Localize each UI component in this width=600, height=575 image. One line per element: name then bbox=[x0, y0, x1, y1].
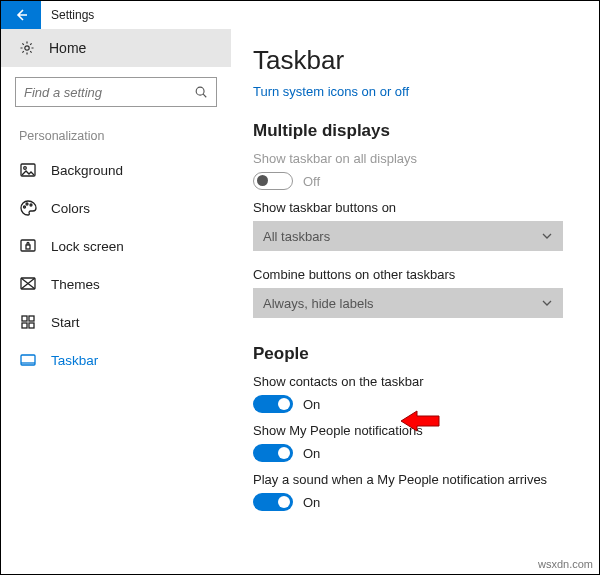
link-system-icons[interactable]: Turn system icons on or off bbox=[253, 84, 409, 99]
taskbar-icon bbox=[19, 351, 37, 369]
sidebar-home[interactable]: Home bbox=[1, 29, 231, 67]
arrow-left-icon bbox=[13, 7, 29, 23]
label-buttons-on: Show taskbar buttons on bbox=[253, 200, 573, 215]
svg-rect-12 bbox=[29, 316, 34, 321]
section-multiple-displays: Multiple displays bbox=[253, 121, 573, 141]
nav-list: Background Colors Lock screen Themes Sta… bbox=[1, 151, 231, 379]
search-wrap bbox=[1, 67, 231, 107]
nav-label: Taskbar bbox=[51, 353, 98, 368]
page-title: Taskbar bbox=[253, 45, 573, 76]
sidebar-item-start[interactable]: Start bbox=[1, 303, 231, 341]
label-show-all-displays: Show taskbar on all displays bbox=[253, 151, 573, 166]
dropdown-combine[interactable]: Always, hide labels bbox=[253, 288, 563, 318]
search-icon bbox=[194, 85, 208, 99]
label-combine: Combine buttons on other taskbars bbox=[253, 267, 573, 282]
search-box[interactable] bbox=[15, 77, 217, 107]
toggle-row-all-displays: Off bbox=[253, 172, 573, 190]
themes-icon bbox=[19, 275, 37, 293]
annotation-arrow bbox=[401, 408, 441, 437]
nav-label: Colors bbox=[51, 201, 90, 216]
label-people-sound: Play a sound when a My People notificati… bbox=[253, 472, 573, 487]
svg-point-4 bbox=[24, 167, 27, 170]
sidebar-item-taskbar[interactable]: Taskbar bbox=[1, 341, 231, 379]
nav-label: Themes bbox=[51, 277, 100, 292]
home-icon bbox=[19, 40, 35, 56]
toggle-state-on: On bbox=[303, 446, 320, 461]
nav-label: Lock screen bbox=[51, 239, 124, 254]
svg-rect-11 bbox=[22, 316, 27, 321]
nav-label: Start bbox=[51, 315, 80, 330]
chevron-down-icon bbox=[541, 297, 553, 309]
svg-rect-13 bbox=[22, 323, 27, 328]
toggle-people-notif[interactable] bbox=[253, 444, 293, 462]
sidebar-item-colors[interactable]: Colors bbox=[1, 189, 231, 227]
toggle-state-on: On bbox=[303, 397, 320, 412]
toggle-show-all-displays[interactable] bbox=[253, 172, 293, 190]
label-show-contacts: Show contacts on the taskbar bbox=[253, 374, 573, 389]
svg-marker-17 bbox=[401, 411, 439, 431]
back-button[interactable] bbox=[1, 1, 41, 29]
sidebar-item-themes[interactable]: Themes bbox=[1, 265, 231, 303]
content: Home Personalization Background Colors L… bbox=[1, 29, 599, 574]
dropdown-value: All taskbars bbox=[263, 229, 330, 244]
toggle-state-off: Off bbox=[303, 174, 320, 189]
watermark: wsxdn.com bbox=[538, 558, 593, 570]
svg-rect-9 bbox=[26, 245, 30, 249]
palette-icon bbox=[19, 199, 37, 217]
lock-screen-icon bbox=[19, 237, 37, 255]
home-label: Home bbox=[49, 40, 86, 56]
dropdown-value: Always, hide labels bbox=[263, 296, 374, 311]
category-heading: Personalization bbox=[1, 107, 231, 151]
main-pane: Taskbar Turn system icons on or off Mult… bbox=[231, 29, 599, 574]
sidebar-item-lockscreen[interactable]: Lock screen bbox=[1, 227, 231, 265]
sidebar: Home Personalization Background Colors L… bbox=[1, 29, 231, 574]
section-people: People bbox=[253, 344, 573, 364]
toggle-show-contacts[interactable] bbox=[253, 395, 293, 413]
svg-line-2 bbox=[203, 94, 206, 97]
start-icon bbox=[19, 313, 37, 331]
svg-point-1 bbox=[196, 87, 204, 95]
sidebar-item-background[interactable]: Background bbox=[1, 151, 231, 189]
titlebar: Settings bbox=[1, 1, 599, 29]
svg-point-6 bbox=[26, 203, 28, 205]
svg-point-5 bbox=[24, 206, 26, 208]
toggle-people-sound[interactable] bbox=[253, 493, 293, 511]
svg-rect-14 bbox=[29, 323, 34, 328]
toggle-row-people-sound: On bbox=[253, 493, 573, 511]
svg-point-7 bbox=[30, 204, 32, 206]
dropdown-buttons-on[interactable]: All taskbars bbox=[253, 221, 563, 251]
picture-icon bbox=[19, 161, 37, 179]
toggle-state-on: On bbox=[303, 495, 320, 510]
toggle-row-people-notif: On bbox=[253, 444, 573, 462]
svg-point-0 bbox=[25, 46, 29, 50]
chevron-down-icon bbox=[541, 230, 553, 242]
nav-label: Background bbox=[51, 163, 123, 178]
search-input[interactable] bbox=[24, 85, 194, 100]
app-title: Settings bbox=[41, 8, 94, 22]
